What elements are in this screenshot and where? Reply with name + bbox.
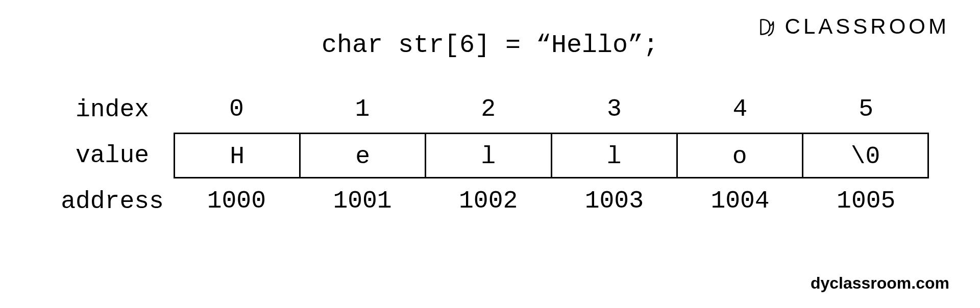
address-row: address 1000 1001 1002 1003 1004 1005: [51, 178, 929, 224]
index-row: index 0 1 2 3 4 5: [51, 87, 929, 133]
address-cell: 1003: [551, 178, 677, 224]
array-diagram: index 0 1 2 3 4 5 value H e l l o \0 add…: [51, 87, 929, 224]
value-label: value: [51, 142, 174, 169]
value-cell: l: [551, 133, 676, 178]
code-declaration: char str[6] = “Hello”;: [0, 31, 980, 60]
footer-attribution: dyclassroom.com: [811, 274, 949, 293]
address-cell: 1002: [425, 178, 551, 224]
value-cell: l: [425, 133, 550, 178]
value-cell: \0: [802, 133, 929, 178]
value-row: value H e l l o \0: [51, 133, 929, 178]
value-cell: o: [676, 133, 802, 178]
index-cell: 1: [300, 87, 426, 133]
value-cell: e: [299, 133, 425, 178]
index-cell: 0: [174, 87, 300, 133]
address-cell: 1004: [677, 178, 803, 224]
address-cell: 1001: [300, 178, 426, 224]
address-cell: 1000: [174, 178, 300, 224]
index-cell: 4: [677, 87, 803, 133]
value-cell: H: [174, 133, 299, 178]
index-cell: 5: [803, 87, 929, 133]
address-label: address: [51, 188, 174, 215]
index-cell: 2: [425, 87, 551, 133]
index-cell: 3: [551, 87, 677, 133]
address-cell: 1005: [803, 178, 929, 224]
index-label: index: [51, 96, 174, 123]
